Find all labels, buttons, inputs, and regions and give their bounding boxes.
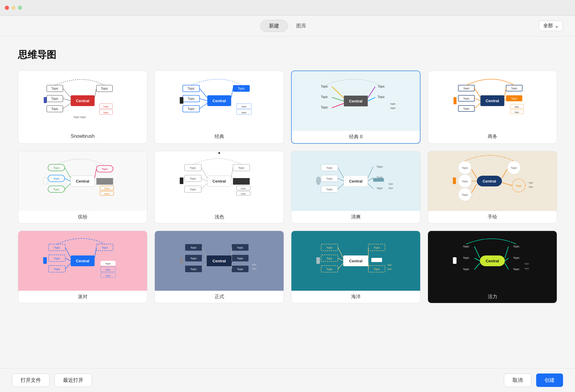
svg-line-134	[368, 183, 373, 189]
card-label-business: 商务	[428, 131, 557, 143]
svg-text:Topic: Topic	[53, 177, 60, 180]
svg-text:Topic: Topic	[53, 166, 60, 169]
svg-rect-225	[453, 257, 457, 264]
svg-text:Topic: Topic	[51, 107, 58, 111]
recent-button[interactable]: 最近打开	[54, 373, 92, 387]
svg-text:Topic: Topic	[326, 257, 333, 260]
svg-line-65	[475, 103, 481, 108]
tab-gallery[interactable]: 图库	[288, 20, 315, 32]
template-card-classic2[interactable]: Central Topic Topic Topic Topic Topic to…	[291, 71, 420, 144]
svg-line-128	[338, 183, 344, 189]
svg-text:Topic: Topic	[463, 107, 470, 110]
svg-line-172	[95, 247, 97, 258]
svg-text:topic: topic	[529, 182, 533, 184]
bottombar: 打开文件 最近打开 取消 创建	[0, 368, 575, 392]
svg-text:Topic: Topic	[462, 193, 468, 196]
svg-text:Topic: Topic	[54, 246, 60, 249]
svg-text:topic: topic	[525, 263, 529, 265]
svg-text:Topic: Topic	[51, 97, 58, 100]
svg-line-230	[475, 258, 480, 261]
card-label-classic2: 经典 II	[292, 131, 420, 143]
template-card-ocean[interactable]: Central Topic Topic Topic Topic	[291, 231, 420, 303]
template-card-colorful[interactable]: Central Topic Topic Topic Topic	[18, 151, 147, 223]
template-card-classic[interactable]: Central Topic Topic Topic Topic	[155, 71, 284, 144]
svg-text:Topic: Topic	[102, 246, 108, 249]
template-card-handdrawn[interactable]: Central Topic Topic Topic Topic	[428, 151, 557, 223]
template-card-fresh[interactable]: Central Topic Topic Topic Topic Topic	[291, 151, 420, 223]
svg-line-9	[63, 99, 71, 101]
svg-line-10	[63, 103, 71, 109]
svg-text:topic: topic	[241, 192, 246, 195]
card-label-light: 浅色	[155, 211, 284, 223]
svg-text:Topic: Topic	[102, 168, 108, 171]
svg-text:Central: Central	[76, 99, 89, 103]
template-card-business[interactable]: Central Topic Topic Topic Topic	[428, 71, 557, 144]
svg-text:Topic: Topic	[378, 85, 385, 88]
svg-text:Topic: Topic	[190, 166, 196, 169]
filter-dropdown[interactable]: 全部 ⌄	[539, 21, 563, 31]
template-card-formal[interactable]: Central Topic Topic Topic Topic	[155, 231, 284, 303]
svg-text:Topic: Topic	[326, 166, 333, 169]
svg-rect-204	[316, 257, 320, 264]
svg-line-168	[65, 258, 71, 261]
template-card-vitality[interactable]: Central Topic Topic Topic Topic Topic To…	[428, 231, 557, 303]
cancel-button[interactable]: 取消	[504, 373, 531, 387]
svg-line-147	[472, 169, 477, 178]
svg-text:topic: topic	[252, 268, 257, 270]
svg-line-188	[202, 247, 207, 258]
svg-text:Topic: Topic	[463, 256, 470, 259]
close-button[interactable]	[5, 6, 9, 10]
svg-text:topic: topic	[389, 187, 393, 189]
svg-text:Topic: Topic	[188, 107, 195, 111]
card-preview-colorful: Central Topic Topic Topic Topic	[18, 151, 147, 211]
svg-line-127	[338, 178, 344, 181]
svg-text:Topic: Topic	[513, 256, 520, 259]
svg-text:Topic: Topic	[104, 187, 110, 190]
svg-text:Central: Central	[486, 259, 499, 263]
svg-text:Topic: Topic	[326, 246, 333, 249]
svg-text:Topic: Topic	[53, 188, 60, 191]
tab-new[interactable]: 新建	[260, 20, 288, 32]
card-label-vitality: 活力	[428, 291, 557, 303]
svg-rect-160	[43, 257, 47, 264]
svg-line-211	[338, 247, 343, 258]
svg-text:Central: Central	[349, 179, 363, 183]
svg-line-70	[504, 88, 506, 98]
svg-text:topic: topic	[241, 105, 247, 108]
template-card-snowbrush[interactable]: Central Topic Topic Topic Topic	[18, 71, 147, 144]
svg-text:Central: Central	[212, 179, 226, 183]
svg-text:Topic: Topic	[190, 246, 197, 249]
card-label-formal: 正式	[155, 291, 284, 303]
template-card-light[interactable]: Central Topic Topic Topic Topic	[155, 151, 284, 223]
svg-text:topic: topic	[241, 111, 247, 114]
svg-text:Topic: Topic	[190, 257, 197, 260]
svg-line-154	[502, 169, 507, 178]
svg-line-231	[475, 263, 480, 270]
card-preview-classic: Central Topic Topic Topic Topic	[155, 71, 284, 131]
svg-text:Topic: Topic	[513, 268, 520, 271]
card-preview-business: Central Topic Topic Topic Topic	[428, 71, 557, 131]
minimize-button[interactable]	[11, 6, 16, 10]
card-preview-formal: Central Topic Topic Topic Topic	[155, 231, 284, 291]
svg-point-119	[316, 177, 321, 185]
svg-line-30	[200, 103, 207, 109]
card-preview-ocean: Central Topic Topic Topic Topic	[291, 231, 420, 291]
svg-line-106	[201, 178, 207, 181]
svg-rect-140	[453, 177, 456, 184]
svg-line-235	[505, 246, 509, 258]
svg-line-213	[338, 263, 343, 269]
create-button[interactable]: 创建	[536, 373, 563, 387]
svg-text:Central: Central	[76, 179, 89, 183]
maximize-button[interactable]	[18, 6, 22, 10]
template-card-party[interactable]: Central Topic Topic Topic Topic	[18, 231, 147, 303]
card-preview-party: Central Topic Topic Topic Topic	[18, 231, 147, 291]
svg-text:topic: topic	[391, 107, 396, 109]
card-label-snowbrush: Snowbrush	[18, 131, 147, 142]
svg-line-149	[472, 184, 477, 193]
svg-line-49	[368, 87, 375, 98]
svg-text:Topic: Topic	[511, 97, 518, 100]
svg-text:Topic: Topic	[463, 87, 470, 90]
open-file-button[interactable]: 打开文件	[12, 373, 50, 387]
svg-text:Topic: Topic	[516, 184, 522, 187]
svg-text:topic: topic	[103, 111, 108, 114]
